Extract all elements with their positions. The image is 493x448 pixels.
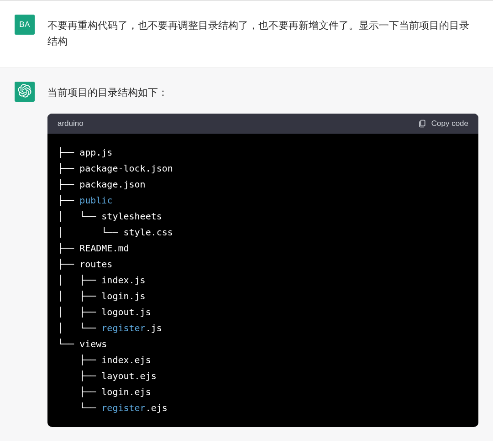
code-body[interactable]: ├── app.js ├── package-lock.json ├── pac… [47, 134, 478, 427]
user-avatar-text: BA [19, 20, 30, 29]
user-message-text: 不要再重构代码了，也不要再调整目录结构了，也不要再新增文件了。显示一下当前项目的… [47, 17, 478, 49]
code-block: arduino Copy code ├── app.js ├── package… [47, 114, 478, 427]
svg-rect-0 [420, 120, 425, 126]
user-avatar: BA [15, 15, 35, 35]
copy-code-button[interactable]: Copy code [418, 119, 468, 128]
openai-logo-icon [18, 84, 31, 99]
clipboard-icon [418, 119, 427, 128]
code-header: arduino Copy code [47, 114, 478, 134]
user-message-content: 不要再重构代码了，也不要再调整目录结构了，也不要再新增文件了。显示一下当前项目的… [47, 15, 478, 49]
assistant-message-content: 当前项目的目录结构如下： arduino Copy code ├── app.j… [47, 82, 478, 427]
code-language-label: arduino [58, 119, 84, 128]
assistant-intro-text: 当前项目的目录结构如下： [47, 84, 478, 100]
assistant-avatar [15, 82, 35, 102]
assistant-message: 当前项目的目录结构如下： arduino Copy code ├── app.j… [0, 68, 493, 440]
user-message: BA 不要再重构代码了，也不要再调整目录结构了，也不要再新增文件了。显示一下当前… [0, 1, 493, 68]
copy-code-label: Copy code [431, 119, 468, 128]
